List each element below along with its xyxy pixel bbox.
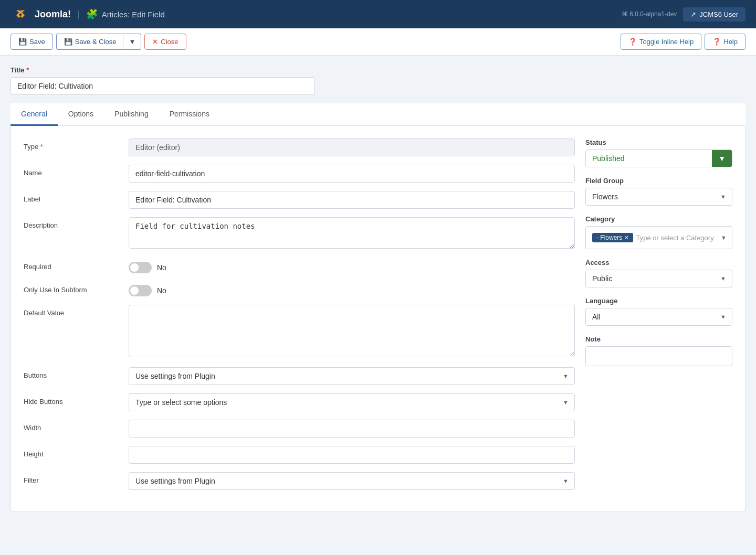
height-row: Height: [24, 446, 575, 464]
category-arrow-icon: ▼: [721, 234, 727, 241]
main-content: Title * General Options Publishing Permi…: [0, 56, 756, 522]
help-label: Help: [723, 38, 738, 46]
field-group-select[interactable]: Flowers: [585, 188, 732, 206]
language-label: Language: [585, 297, 732, 305]
type-row: Type *: [24, 138, 575, 156]
nav-divider: |: [77, 9, 80, 20]
tab-general[interactable]: General: [10, 103, 58, 126]
user-menu-button[interactable]: ↗ JCMS6 User: [683, 7, 746, 22]
close-label: Close: [161, 38, 178, 46]
label-field: [129, 191, 575, 209]
filter-field: Use settings from Plugin: [129, 472, 575, 490]
form-body: Type * Name: [10, 126, 746, 511]
save-close-button[interactable]: 💾 Save & Close: [56, 34, 124, 50]
topnav-logo: Joomla!: [10, 4, 71, 24]
toolbar-right: ❓ Toggle Inline Help ❓ Help: [621, 34, 746, 50]
status-select[interactable]: Published: [586, 150, 712, 167]
toolbar-left: 💾 Save 💾 Save & Close ▼ ✕ Close: [10, 34, 186, 50]
filter-label: Filter: [24, 472, 129, 484]
topnav: Joomla! | 🧩 Articles: Edit Field ⌘ 6.0.0…: [0, 0, 756, 28]
note-label: Note: [585, 335, 732, 343]
question-icon: ❓: [712, 38, 721, 46]
subform-toggle-label: No: [157, 286, 166, 295]
save-button[interactable]: 💾 Save: [10, 34, 53, 50]
toolbar: 💾 Save 💾 Save & Close ▼ ✕ Close ❓ Toggle: [0, 28, 756, 56]
description-textarea[interactable]: [129, 217, 575, 249]
hide-buttons-field: Type or select some options: [129, 393, 575, 411]
category-tag-text: - Flowers: [596, 234, 622, 241]
filter-row: Filter Use settings from Plugin: [24, 472, 575, 490]
type-label-text: Type: [24, 143, 38, 151]
buttons-select[interactable]: Use settings from Plugin: [129, 367, 575, 385]
access-label: Access: [585, 259, 732, 266]
title-label-text: Title: [10, 66, 25, 74]
tab-options[interactable]: Options: [58, 103, 104, 126]
hide-buttons-select[interactable]: Type or select some options: [129, 393, 575, 411]
description-field: [129, 217, 575, 250]
type-input: [129, 138, 575, 156]
note-field: Note: [585, 335, 732, 366]
subform-toggle[interactable]: [129, 285, 152, 296]
language-select[interactable]: All: [585, 308, 732, 326]
page-title-nav: 🧩 Articles: Edit Field: [86, 8, 165, 20]
access-select-wrapper: Public: [585, 270, 732, 287]
type-required: *: [40, 143, 43, 151]
save-icon: 💾: [18, 38, 27, 46]
brand-name: Joomla!: [35, 9, 71, 20]
name-input[interactable]: [129, 165, 575, 183]
tab-permissions[interactable]: Permissions: [159, 103, 220, 126]
tab-publishing[interactable]: Publishing: [104, 103, 159, 126]
category-input-field[interactable]: - Flowers × Type or select a Category ▼: [585, 226, 732, 249]
default-value-row: Default Value: [24, 305, 575, 359]
help-button[interactable]: ❓ Help: [705, 34, 746, 50]
svg-point-0: [10, 4, 30, 24]
status-dropdown-button[interactable]: ▼: [712, 150, 732, 167]
language-select-wrapper: All: [585, 308, 732, 326]
language-field: Language All: [585, 297, 732, 326]
title-required-marker: *: [26, 66, 29, 74]
description-label: Description: [24, 217, 129, 229]
required-slider: [129, 262, 152, 273]
label-input[interactable]: [129, 191, 575, 209]
access-select[interactable]: Public: [585, 270, 732, 287]
save-close-dropdown-button[interactable]: ▼: [123, 34, 141, 50]
subform-slider: [129, 285, 152, 296]
width-input[interactable]: [129, 420, 575, 437]
toggle-help-button[interactable]: ❓ Toggle Inline Help: [621, 34, 701, 50]
height-input[interactable]: [129, 446, 575, 464]
two-col-layout: Type * Name: [24, 138, 732, 498]
buttons-select-wrapper: Use settings from Plugin: [129, 367, 575, 385]
note-input[interactable]: [585, 346, 732, 366]
filter-select[interactable]: Use settings from Plugin: [129, 472, 575, 490]
name-label: Name: [24, 165, 129, 177]
title-input[interactable]: [10, 77, 315, 95]
user-icon: ↗: [690, 10, 696, 18]
category-field-container: Category - Flowers × Type or select a Ca…: [585, 215, 732, 249]
user-button-label: JCMS6 User: [699, 10, 738, 18]
required-toggle[interactable]: [129, 262, 152, 273]
tabs-bar: General Options Publishing Permissions: [10, 103, 746, 126]
joomla-logo-icon: [10, 4, 30, 24]
help-circle-icon: ❓: [628, 38, 637, 46]
required-toggle-wrapper: No: [129, 259, 575, 273]
height-label: Height: [24, 446, 129, 458]
category-placeholder-text: Type or select a Category: [636, 234, 714, 242]
close-button[interactable]: ✕ Close: [144, 34, 186, 50]
close-icon: ✕: [152, 38, 158, 46]
save-close-label: Save & Close: [75, 38, 117, 46]
hide-buttons-label: Hide Buttons: [24, 393, 129, 405]
subform-toggle-wrapper: No: [129, 282, 575, 296]
status-chevron-icon: ▼: [718, 154, 726, 163]
subform-row: Only Use In Subform No: [24, 282, 575, 296]
default-value-textarea[interactable]: [129, 305, 575, 357]
label-label: Label: [24, 191, 129, 203]
subform-label: Only Use In Subform: [24, 282, 129, 294]
version-badge: ⌘ 6.0.0-alpha1-dev: [622, 10, 677, 18]
hide-buttons-select-wrapper: Type or select some options: [129, 393, 575, 411]
description-row: Description: [24, 217, 575, 250]
status-select-wrapper: Published ▼: [585, 150, 732, 167]
width-label: Width: [24, 420, 129, 432]
category-tag-close[interactable]: ×: [624, 234, 628, 241]
title-field-label: Title *: [10, 66, 746, 74]
status-field: Status Published ▼: [585, 138, 732, 167]
